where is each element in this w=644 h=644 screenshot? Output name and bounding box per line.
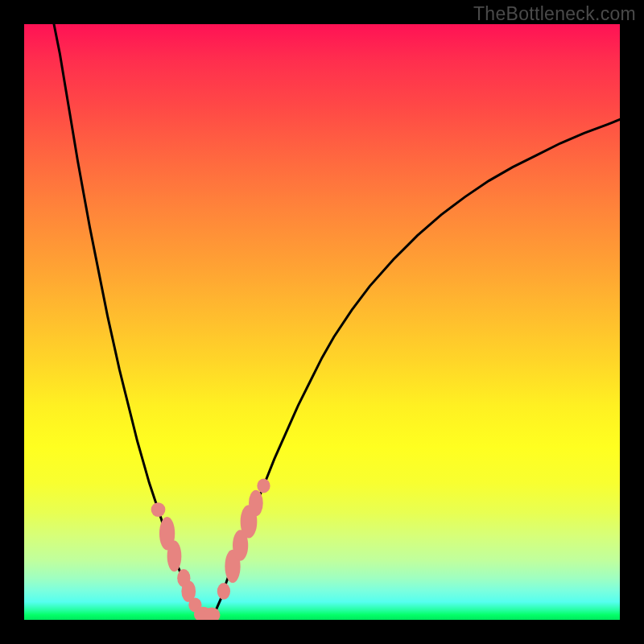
curve-marker [167,541,182,572]
curve-marker [257,479,270,493]
curve-marker [249,490,263,517]
curve-svg [24,24,620,620]
bottleneck-curve [54,24,620,617]
curve-marker [217,583,230,600]
watermark-text: TheBottleneck.com [473,3,636,25]
curve-markers [151,479,270,620]
curve-marker [151,502,166,517]
chart-frame: TheBottleneck.com [0,0,644,644]
plot-area [24,24,620,620]
